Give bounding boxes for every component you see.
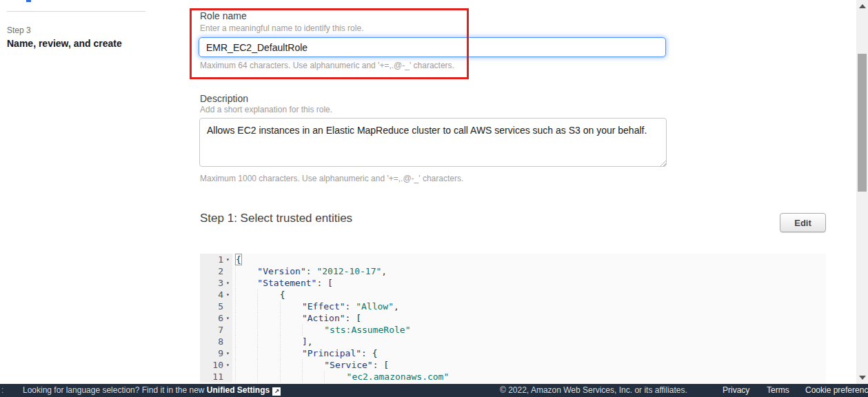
- code-content: ],: [232, 336, 313, 347]
- code-token: "Effect": [302, 301, 345, 312]
- indent-guide: [280, 359, 302, 371]
- external-link-icon: ↗: [272, 387, 281, 396]
- edit-button[interactable]: Edit: [780, 213, 826, 232]
- indent-guide: [302, 359, 324, 371]
- sidebar-step-title: Name, review, and create: [7, 38, 122, 49]
- indent-guide: [235, 371, 257, 383]
- gutter-cell: 10▾: [200, 359, 232, 371]
- section-title: Step 1: Select trusted entities: [200, 212, 352, 225]
- indent-guide: [257, 324, 279, 336]
- fold-arrow-icon[interactable]: ▾: [223, 359, 232, 371]
- gutter-cell: 8: [200, 336, 232, 347]
- description-constraint: Maximum 1000 characters. Use alphanumeri…: [200, 174, 463, 183]
- code-token: "2012-10-17": [316, 266, 381, 276]
- indent-guide: [280, 336, 302, 347]
- indent-guide: [235, 347, 257, 359]
- indent-guide: [257, 301, 279, 312]
- code-token: "Allow": [356, 301, 394, 312]
- footer-privacy-link[interactable]: Privacy: [723, 384, 749, 397]
- code-token: :: [345, 301, 356, 312]
- code-editor-lines: 1▾{2 "Version": "2012-10-17",3▾ "Stateme…: [200, 254, 826, 383]
- code-line: 9▾ "Principal": {: [200, 347, 826, 359]
- code-line: 3▾ "Statement": [: [200, 277, 826, 289]
- gutter-cell: 11: [200, 371, 232, 383]
- code-line: 11 "ec2.amazonaws.com": [200, 371, 826, 383]
- unified-settings-link[interactable]: Unified Settings: [207, 385, 270, 395]
- indent-guide: [257, 336, 279, 347]
- line-number: 2: [218, 265, 223, 277]
- fold-arrow-icon[interactable]: ▾: [223, 312, 232, 324]
- footer-clipped-fragment: :: [1, 384, 3, 397]
- role-name-constraint: Maximum 64 characters. Use alphanumeric …: [200, 61, 454, 70]
- indent-guide: [324, 371, 346, 383]
- indent-guide: [257, 371, 279, 383]
- gutter-cell: 7: [200, 324, 232, 336]
- code-token: ],: [302, 336, 313, 347]
- description-textarea[interactable]: Allows EC2 instances in an Elastic MapRe…: [199, 118, 667, 167]
- page: Step 3 Name, review, and create Role nam…: [0, 0, 868, 397]
- indent-guide: [257, 359, 279, 371]
- code-line: 7 "sts:AssumeRole": [200, 324, 826, 336]
- scrollbar-thumb[interactable]: [858, 54, 867, 192]
- description-help: Add a short explanation for this role.: [200, 105, 332, 114]
- line-number: 10: [212, 359, 223, 371]
- code-content: "sts:AssumeRole": [232, 324, 410, 336]
- code-token: "ec2.amazonaws.com": [347, 371, 450, 382]
- fold-arrow-icon[interactable]: ▾: [223, 254, 232, 265]
- code-token: ,: [394, 301, 399, 312]
- code-content: {: [232, 289, 285, 301]
- footer-terms-link[interactable]: Terms: [767, 384, 789, 397]
- fold-arrow-icon[interactable]: ▾: [223, 289, 232, 301]
- indent-guide: [235, 301, 257, 312]
- gutter-cell: 1▾: [200, 254, 232, 265]
- gutter-cell: 4▾: [200, 289, 232, 301]
- indent-guide: [280, 347, 302, 359]
- indent-guide: [257, 312, 279, 324]
- indent-guide: [235, 312, 257, 324]
- indent-guide: [235, 324, 257, 336]
- scrollbar-up-icon[interactable]: [859, 4, 866, 8]
- sidebar-divider: [7, 11, 145, 12]
- code-token: :: [306, 266, 317, 276]
- code-line: 5 "Effect": "Allow",: [200, 301, 826, 312]
- code-line: 4▾ {: [200, 289, 826, 301]
- code-token: "Action": [302, 313, 345, 323]
- line-number: 8: [218, 336, 223, 347]
- code-token: "Principal": [302, 348, 361, 358]
- footer-cookie-preferences-link[interactable]: Cookie preferences: [805, 384, 868, 397]
- clipped-link-fragment: [26, 0, 31, 2]
- indent-guide: [235, 359, 257, 371]
- indent-guide: [302, 371, 324, 383]
- indent-guide: [235, 289, 257, 301]
- fold-arrow-icon[interactable]: ▾: [223, 347, 232, 359]
- line-number: 9: [218, 347, 223, 359]
- indent-guide: [235, 265, 257, 277]
- indent-guide: [280, 371, 302, 383]
- gutter-cell: 3▾: [200, 277, 232, 289]
- line-number: 3: [218, 277, 223, 289]
- trust-policy-code-editor[interactable]: 1▾{2 "Version": "2012-10-17",3▾ "Stateme…: [200, 254, 826, 384]
- footer-bar: : Looking for language selection? Find i…: [0, 384, 868, 397]
- role-name-input[interactable]: [199, 37, 666, 57]
- line-number: 5: [218, 301, 223, 312]
- code-content: "Statement": [: [232, 277, 333, 289]
- line-number: 6: [218, 312, 223, 324]
- indent-guide: [235, 277, 257, 289]
- code-content: "Effect": "Allow",: [232, 301, 399, 312]
- footer-language-text: Looking for language selection? Find it …: [23, 385, 207, 395]
- description-label: Description: [200, 93, 248, 104]
- indent-guide: [302, 324, 324, 336]
- code-content: "Version": "2012-10-17",: [232, 265, 387, 277]
- sidebar-step-label: Step 3: [7, 26, 31, 35]
- code-line: 1▾{: [200, 254, 826, 265]
- code-content: "Service": [: [232, 359, 389, 371]
- code-token: "sts:AssumeRole": [324, 325, 410, 335]
- gutter-cell: 9▾: [200, 347, 232, 359]
- code-content: {: [232, 254, 242, 265]
- scrollbar-down-icon[interactable]: [859, 376, 866, 380]
- code-token: : [: [345, 313, 361, 323]
- indent-guide: [257, 347, 279, 359]
- fold-arrow-icon[interactable]: ▾: [223, 277, 232, 289]
- indent-guide: [257, 289, 279, 301]
- indent-guide: [280, 312, 302, 324]
